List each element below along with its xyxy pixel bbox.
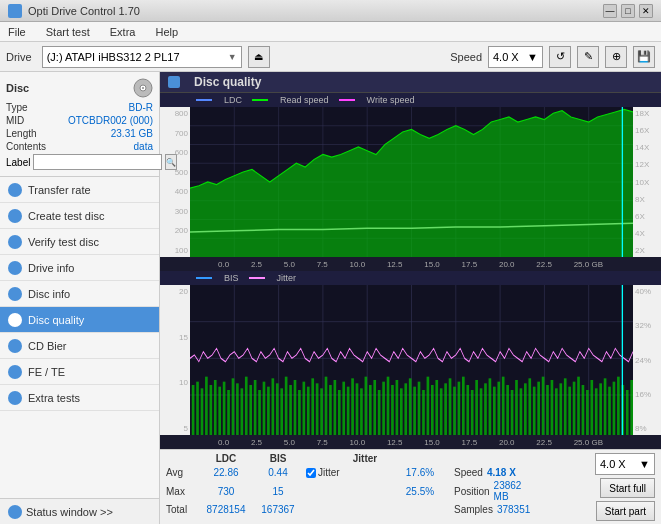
minimize-button[interactable]: —	[603, 4, 617, 18]
svg-rect-95	[466, 385, 469, 435]
jitter-max: 25.5%	[390, 486, 450, 497]
svg-rect-100	[489, 378, 492, 435]
svg-rect-41	[227, 390, 230, 435]
drive-label: Drive	[6, 51, 32, 63]
start-part-button[interactable]: Start part	[596, 501, 655, 521]
eject-button[interactable]: ⏏	[248, 46, 270, 68]
svg-rect-46	[249, 385, 252, 435]
svg-rect-36	[205, 377, 208, 435]
sidebar-item-disc-quality[interactable]: Disc quality	[0, 307, 159, 333]
start-full-button[interactable]: Start full	[600, 478, 655, 498]
test-speed-selector[interactable]: 4.0 X ▼	[595, 453, 655, 475]
label-field-label: Label	[6, 157, 30, 168]
jitter-checkbox[interactable]	[306, 468, 316, 478]
svg-rect-128	[613, 382, 616, 435]
svg-rect-40	[223, 382, 226, 435]
svg-rect-103	[502, 377, 505, 435]
edit-button[interactable]: ✎	[577, 46, 599, 68]
write-legend-line	[339, 99, 355, 101]
title-bar: Opti Drive Control 1.70 — □ ✕	[0, 0, 661, 22]
jitter-legend-line	[249, 277, 265, 279]
disc-panel-label: Disc	[6, 82, 29, 94]
top-chart-section: 800700600500400300200100	[160, 107, 661, 257]
svg-rect-107	[520, 388, 523, 435]
chart-legend-bottom: BIS Jitter	[160, 271, 661, 285]
samples-label: Samples	[454, 504, 493, 515]
drive-selector[interactable]: (J:) ATAPI iHBS312 2 PL17 ▼	[42, 46, 242, 68]
max-label: Max	[166, 486, 198, 497]
svg-rect-67	[342, 382, 345, 435]
svg-rect-108	[524, 383, 527, 435]
ldc-max: 730	[202, 486, 250, 497]
close-button[interactable]: ✕	[639, 4, 653, 18]
menu-bar: File Start test Extra Help	[0, 22, 661, 42]
svg-rect-110	[533, 387, 536, 435]
drive-select-arrow: ▼	[228, 52, 237, 62]
svg-rect-80	[400, 388, 403, 435]
label-input[interactable]	[33, 154, 162, 170]
svg-rect-104	[506, 385, 509, 435]
sidebar-item-cd-bier[interactable]: CD Bier	[0, 333, 159, 359]
verify-test-disc-icon	[8, 235, 22, 249]
svg-rect-111	[537, 382, 540, 435]
svg-rect-99	[484, 383, 487, 435]
svg-rect-84	[418, 382, 421, 435]
save-button[interactable]: 💾	[633, 46, 655, 68]
sidebar-item-fe-te[interactable]: FE / TE	[0, 359, 159, 385]
svg-rect-47	[254, 380, 257, 435]
svg-rect-51	[272, 378, 275, 435]
svg-rect-121	[582, 385, 585, 435]
sidebar-item-transfer-rate[interactable]: Transfer rate	[0, 177, 159, 203]
status-window-button[interactable]: Status window >>	[0, 498, 159, 524]
chart-legend-top: LDC Read speed Write speed	[160, 93, 661, 107]
svg-rect-69	[351, 378, 354, 435]
menu-file[interactable]: File	[4, 24, 30, 40]
disc-panel: Disc Type BD-R MID OTCBDR002 (000) Lengt…	[0, 72, 159, 177]
chart-header-icon	[168, 76, 180, 88]
ldc-legend-label: LDC	[224, 95, 242, 105]
svg-rect-90	[444, 383, 447, 435]
bottom-chart-left-axis: 2015105	[160, 285, 190, 435]
ldc-total: 8728154	[202, 504, 250, 515]
sidebar-item-disc-info[interactable]: Disc info	[0, 281, 159, 307]
refresh-button[interactable]: ↺	[549, 46, 571, 68]
write-legend-label: Write speed	[367, 95, 415, 105]
cd-bier-icon	[8, 339, 22, 353]
sidebar-item-drive-info[interactable]: Drive info	[0, 255, 159, 281]
svg-rect-65	[334, 380, 337, 435]
speed-selector[interactable]: 4.0 X ▼	[488, 46, 543, 68]
svg-rect-50	[267, 387, 270, 435]
top-chart-right-axis: 18X16X14X12X10X8X6X4X2X	[633, 107, 661, 257]
svg-rect-34	[196, 382, 199, 435]
menu-start-test[interactable]: Start test	[42, 24, 94, 40]
maximize-button[interactable]: □	[621, 4, 635, 18]
copy-button[interactable]: ⊕	[605, 46, 627, 68]
svg-rect-38	[214, 380, 217, 435]
disc-info-icon	[8, 287, 22, 301]
svg-rect-127	[608, 387, 611, 435]
svg-rect-74	[373, 380, 376, 435]
svg-rect-101	[493, 387, 496, 435]
ldc-avg: 22.86	[202, 467, 250, 478]
sidebar: Disc Type BD-R MID OTCBDR002 (000) Lengt…	[0, 72, 160, 524]
sidebar-item-verify-test-disc[interactable]: Verify test disc	[0, 229, 159, 255]
svg-rect-39	[218, 387, 221, 435]
menu-extra[interactable]: Extra	[106, 24, 140, 40]
bottom-chart-right-axis: 40%32%24%16%8%	[633, 285, 661, 435]
svg-rect-73	[369, 385, 372, 435]
sidebar-item-extra-tests[interactable]: Extra tests	[0, 385, 159, 411]
svg-rect-42	[232, 378, 235, 435]
svg-rect-79	[396, 380, 399, 435]
svg-rect-116	[559, 383, 562, 435]
app-title: Opti Drive Control 1.70	[28, 5, 603, 17]
svg-rect-77	[387, 377, 390, 435]
bottom-chart-x-axis: 0.02.55.07.510.012.515.017.520.022.525.0…	[160, 435, 661, 449]
sidebar-item-create-test-disc[interactable]: Create test disc	[0, 203, 159, 229]
svg-rect-122	[586, 390, 589, 435]
speed-select-arrow: ▼	[527, 51, 538, 63]
menu-help[interactable]: Help	[151, 24, 182, 40]
svg-rect-132	[630, 380, 633, 435]
jitter-avg: 17.6%	[390, 467, 450, 478]
svg-rect-96	[471, 390, 474, 435]
svg-rect-43	[236, 383, 239, 435]
